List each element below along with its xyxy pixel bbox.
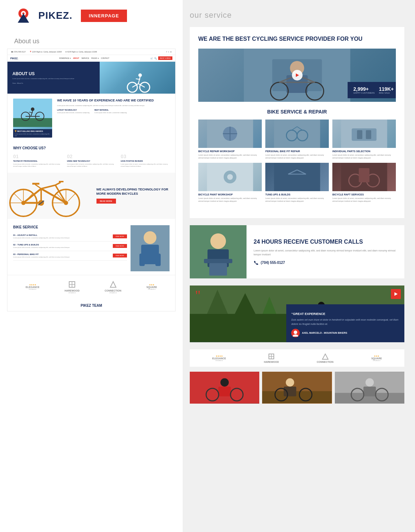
svg-point-16 <box>31 107 34 111</box>
why-title: WHY CHOOSE US? <box>13 146 170 150</box>
about-section: 🏆 BEST-SELLING BIKE AWARDS Lorem ipsum d… <box>7 94 175 143</box>
stat-customers: 2,999+ HAPPY CUSTOMERS <box>353 86 375 94</box>
service-desc-2: Lorem ipsum dolor sit amet, consectetur … <box>13 246 110 249</box>
brands-right: ★★★★ ELEGANCE ORGANICS HAREWOOD CONNECTI… <box>190 349 404 367</box>
testimonial-play-button[interactable] <box>391 289 401 299</box>
why-item-2: 02 USING NEW TECHNOLOGY Lorem ipsum dolo… <box>67 154 116 168</box>
svg-line-37 <box>41 185 55 189</box>
calls-image <box>190 225 247 278</box>
team-title: PIKEZ TEAM <box>13 304 170 307</box>
play-button[interactable] <box>292 70 303 81</box>
service-item-3: 03 - PERSONAL BIKE FIT Lorem ipsum dolor… <box>13 251 127 261</box>
feature-material: BEST MATERIAL Lorem ipsum dolor sit amet… <box>94 109 127 114</box>
stat-customers-label: HAPPY CUSTOMERS <box>353 92 375 94</box>
why-items: 01 TESTED BY PROFESSIONAL Lorem ipsum do… <box>13 154 170 168</box>
repair-item-1: BICYCLE REPAIR WORKSHOP Lorem ipsum dolo… <box>198 120 262 159</box>
svg-rect-88 <box>359 168 370 182</box>
repair-item-5: TUNE-UPS & BUILDS Lorem ipsum dolor sit … <box>265 163 329 203</box>
why-section: WHY CHOOSE US? 01 TESTED BY PROFESSIONAL… <box>7 143 175 173</box>
svg-point-125 <box>365 378 374 387</box>
svg-point-108 <box>294 331 297 334</box>
svg-rect-79 <box>274 163 320 191</box>
mini-hero-title: ABOUT US <box>12 71 95 76</box>
service-card-title: WE ARE THE BEST CYCLING SERVICE PROVIDER… <box>198 35 396 43</box>
feature-mat-text: Lorem ipsum dolor sit amet, consectetur … <box>94 112 127 114</box>
mini-breadcrumb: Home · About Us <box>12 82 95 84</box>
svg-rect-48 <box>139 254 145 266</box>
about-content: WE HAVE 10 YEARS OF EXPERIENCE AND ARE W… <box>57 99 170 114</box>
testimonial-text: Duis autem vel eum iriure et dolor in he… <box>291 318 399 326</box>
feature-technology: LATEST TECHNOLOGY Lorem ipsum dolor sit … <box>57 109 89 114</box>
bike-promo-title: WE ALWAYS DEVELOPING TECHNOLOGY FOR MORE… <box>96 188 171 196</box>
mini-nav-logo: PIKEZ. <box>10 57 18 60</box>
stat-sales-num: 119K+ <box>379 86 394 92</box>
repair-image-5 <box>265 163 329 191</box>
repair-item-title-2: PERSONAL BIKE FIT REPAIR <box>265 150 329 153</box>
svg-line-32 <box>68 193 76 201</box>
svg-rect-120 <box>284 387 296 396</box>
why-item-text-2: Lorem ipsum dolor sit amet, consectetur … <box>67 163 116 168</box>
bike-service-title: BIKE SERVICE <box>13 225 127 229</box>
calls-phone: (704) 555-0127 <box>254 260 397 265</box>
svg-rect-118 <box>262 391 332 403</box>
svg-line-27 <box>14 193 22 201</box>
gallery-item-2 <box>262 372 332 404</box>
testimonial-overlay: “GREAT EXPERIENCE Duis autem vel eum iri… <box>286 304 404 342</box>
svg-rect-74 <box>357 130 363 139</box>
calls-section: 24 HOURS RECEIVE CUSTOMER CALLS Lorem ip… <box>190 225 404 278</box>
brand-elegance: ★★★★ ELEGANCE ORGANICS <box>26 283 39 290</box>
mini-topbar: ☎ (704) 555-0127 📍 1234 Right st. Cerita… <box>7 49 175 55</box>
why-item-text-1: Lorem ipsum dolor sit amet, consectetur … <box>13 163 62 168</box>
why-item-text-3: Lorem ipsum dolor sit amet, consectetur … <box>121 163 170 168</box>
repair-image-4 <box>198 163 262 191</box>
service-name-2: 02 - TUNE-UPS & BUILDS <box>13 244 110 246</box>
mini-hero: ABOUT US Lorem ipsum dolor sit amet, con… <box>7 62 175 94</box>
repair-image-6 <box>332 163 396 191</box>
about-features: LATEST TECHNOLOGY Lorem ipsum dolor sit … <box>57 109 170 114</box>
brand-harewood: HAREWOOD ORGANICS <box>65 280 79 294</box>
repair-item-6: BICYCLE RAFT SERVICES Lorem ipsum dolor … <box>332 163 396 203</box>
repair-item-3: INDIVIDUAL PARTS SELECTION Lorem ipsum d… <box>332 120 396 159</box>
innerpage-button[interactable]: INNERPAGE <box>81 10 127 22</box>
svg-point-90 <box>210 233 226 249</box>
testimonial-author: AXEL MARCELO - MOUNTAIN BIKERS <box>302 332 347 334</box>
mini-topbar-social: f t in <box>166 51 172 53</box>
brand-right-connection: CONNECTION <box>317 353 333 363</box>
repair-image-2 <box>265 120 329 148</box>
hero-image <box>100 62 175 94</box>
svg-rect-13 <box>13 118 52 127</box>
repair-item-text-6: Lorem ipsum dolor sit amet, consectetur … <box>332 197 396 203</box>
svg-rect-114 <box>218 387 231 396</box>
service-read-btn-1[interactable]: READ MORE <box>113 234 127 238</box>
service-item-2: 02 - TUNE-UPS & BUILDS Lorem ipsum dolor… <box>13 242 127 251</box>
svg-point-46 <box>144 231 156 244</box>
service-name-3: 03 - PERSONAL BIKE FIT <box>13 253 110 255</box>
service-read-btn-2[interactable]: READ MORE <box>113 244 127 248</box>
mini-topbar-left: ☎ (704) 555-0127 📍 1234 Right st. Cerita… <box>11 51 97 53</box>
repair-image-3 <box>332 120 396 148</box>
service-read-btn-3[interactable]: READ MORE <box>113 254 127 257</box>
left-panel: PIKEZ. INNERPAGE About us ☎ (704) 555-01… <box>0 0 183 532</box>
mini-hero-sub: Lorem ipsum dolor sit amet, consectetur … <box>12 78 95 80</box>
header: PIKEZ. INNERPAGE <box>0 0 183 31</box>
svg-line-39 <box>55 182 61 185</box>
testimonial-image: " “GREAT EXPERIENCE Duis autem vel eum i… <box>190 286 404 342</box>
service-name-1: 01 - ADJUST & INSTALL <box>13 234 110 236</box>
service-desc-1: Lorem ipsum dolor sit amet, consectetur … <box>13 237 110 239</box>
svg-point-7 <box>138 73 142 77</box>
calls-content: 24 HOURS RECEIVE CUSTOMER CALLS Lorem ip… <box>247 225 404 278</box>
logo-icon <box>14 6 33 25</box>
repair-item-title-5: TUNE-UPS & BUILDS <box>265 193 329 196</box>
calls-text: Lorem ipsum dolor sit amet, consectetur … <box>254 249 397 256</box>
mini-nav-cta[interactable]: RENT A BIKE <box>158 56 172 60</box>
svg-marker-62 <box>296 73 299 77</box>
stats-box: 2,999+ HAPPY CUSTOMERS 119K+ BIKE SALE <box>348 82 396 98</box>
stat-customers-num: 2,999+ <box>353 86 375 92</box>
repair-item-4: BICYCLE PAINT WORKSHOP Lorem ipsum dolor… <box>198 163 262 203</box>
gallery-section <box>190 372 404 404</box>
svg-rect-49 <box>155 254 161 266</box>
repair-item-title-4: BICYCLE PAINT WORKSHOP <box>198 193 262 196</box>
brand-right-elegance: ★★★★ ELEGANCE ORGANICS <box>212 355 226 361</box>
read-more-button[interactable]: READ MORE <box>96 199 116 204</box>
repair-item-text-1: Lorem ipsum dolor sit amet, consectetur … <box>198 154 262 159</box>
